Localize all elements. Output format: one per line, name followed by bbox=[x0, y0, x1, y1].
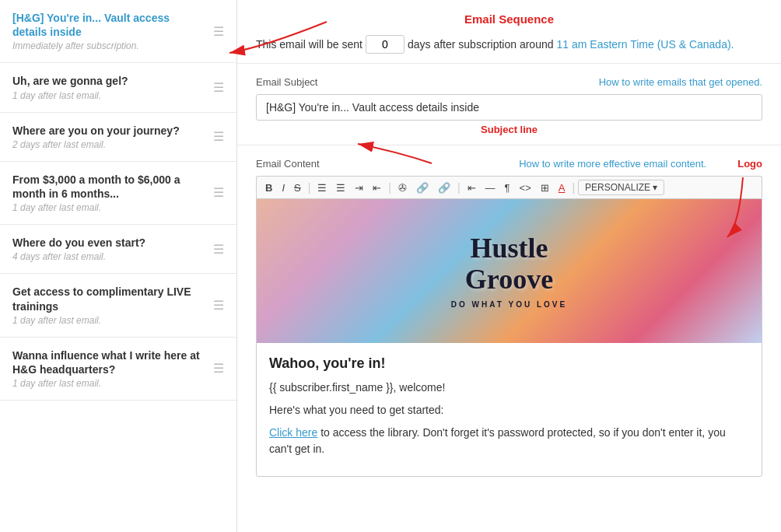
sidebar-item-content-7: Wanna influence what I write here at H&G… bbox=[12, 348, 207, 389]
sidebar-item-title-1: [H&G] You're in... Vault access details … bbox=[12, 11, 207, 39]
days-input[interactable] bbox=[366, 35, 405, 54]
ul-button[interactable]: ☰ bbox=[313, 180, 331, 195]
drag-handle-1[interactable]: ☰ bbox=[213, 24, 224, 39]
email-para-3: Click here to access the library. Don't … bbox=[269, 425, 749, 457]
sidebar-item-content-5: Where do you even start?4 days after las… bbox=[12, 236, 207, 262]
subject-help-link[interactable]: How to write emails that get opened. bbox=[599, 76, 762, 88]
send-timing-row: This email will be sent days after subsc… bbox=[256, 35, 762, 54]
link-button[interactable]: 🔗 bbox=[412, 180, 433, 195]
email-para-3-text: to access the library. Don't forget it's… bbox=[269, 426, 726, 455]
email-para-2: Here's what you need to get started: bbox=[269, 402, 749, 418]
email-content-section: Email Content How to write more effectiv… bbox=[237, 145, 781, 477]
subject-header: Email Subject How to write emails that g… bbox=[256, 76, 762, 88]
send-timing-time: 11 am Eastern Time (US & Canada). bbox=[557, 38, 734, 51]
hero-tagline: DO WHAT YOU LOVE bbox=[451, 300, 567, 309]
sidebar-item-4[interactable]: From $3,000 a month to $6,000 a month in… bbox=[0, 162, 236, 225]
email-sequence-header: Email Sequence This email will be sent d… bbox=[237, 0, 781, 64]
drag-handle-7[interactable]: ☰ bbox=[213, 361, 224, 376]
email-hero-image: Hustle Groove DO WHAT YOU LOVE bbox=[257, 199, 762, 343]
bold-button[interactable]: B bbox=[261, 180, 276, 195]
strikethrough-button[interactable]: S bbox=[290, 180, 305, 195]
sidebar-item-subtitle-6: 1 day after last email. bbox=[12, 315, 207, 326]
email-heading: Wahoo, you're in! bbox=[269, 355, 749, 372]
email-sequence-sidebar: [H&G] You're in... Vault access details … bbox=[0, 0, 237, 532]
email-sequence-label: Email Sequence bbox=[256, 12, 762, 26]
hr-button[interactable]: — bbox=[482, 180, 499, 195]
send-timing-prefix: This email will be sent bbox=[256, 38, 362, 51]
content-help-link[interactable]: How to write more effective email conten… bbox=[519, 158, 706, 170]
para-button[interactable]: ¶ bbox=[501, 180, 514, 195]
send-timing-suffix: days after subscription around bbox=[408, 38, 554, 51]
email-text-content: Wahoo, you're in! {{ subscriber.first_na… bbox=[257, 343, 762, 476]
sidebar-item-2[interactable]: Uh, are we gonna gel?1 day after last em… bbox=[0, 63, 236, 112]
drag-handle-4[interactable]: ☰ bbox=[213, 185, 224, 200]
ol-button[interactable]: ☰ bbox=[332, 180, 349, 195]
subject-line-annotation-area: Subject line bbox=[256, 124, 762, 135]
sidebar-item-subtitle-5: 4 days after last email. bbox=[12, 251, 207, 262]
sidebar-item-title-6: Get access to complimentary LIVE trainin… bbox=[12, 285, 207, 313]
code-button[interactable]: <> bbox=[516, 180, 535, 195]
indent-button[interactable]: ⇥ bbox=[351, 180, 367, 195]
fontcolor-button[interactable]: A bbox=[555, 180, 569, 195]
toolbar-sep-3: | bbox=[457, 181, 461, 194]
sidebar-item-content-1: [H&G] You're in... Vault access details … bbox=[12, 11, 207, 51]
subject-line-label: Subject line bbox=[481, 124, 538, 135]
sidebar-item-3[interactable]: Where are you on your journey?2 days aft… bbox=[0, 113, 236, 162]
subject-label: Email Subject bbox=[256, 76, 317, 88]
drag-handle-3[interactable]: ☰ bbox=[213, 129, 224, 144]
sidebar-item-title-3: Where are you on your journey? bbox=[12, 124, 207, 138]
italic-button[interactable]: I bbox=[278, 180, 289, 195]
hero-logo: Hustle Groove bbox=[465, 233, 553, 295]
subject-input-area bbox=[256, 94, 762, 121]
sidebar-item-content-3: Where are you on your journey?2 days aft… bbox=[12, 124, 207, 150]
sidebar-item-5[interactable]: Where do you even start?4 days after las… bbox=[0, 225, 236, 274]
content-label: Email Content bbox=[256, 158, 320, 170]
sidebar-item-title-2: Uh, are we gonna gel? bbox=[12, 74, 207, 88]
sidebar-item-title-4: From $3,000 a month to $6,000 a month in… bbox=[12, 173, 207, 201]
drag-handle-6[interactable]: ☰ bbox=[213, 298, 224, 313]
align-button[interactable]: ⇤ bbox=[464, 180, 480, 195]
image-button[interactable]: ✇ bbox=[394, 180, 411, 195]
sidebar-item-title-7: Wanna influence what I write here at H&G… bbox=[12, 348, 207, 376]
drag-handle-5[interactable]: ☰ bbox=[213, 242, 224, 257]
sidebar-item-1[interactable]: [H&G] You're in... Vault access details … bbox=[0, 0, 236, 63]
subject-input[interactable] bbox=[256, 94, 762, 121]
sidebar-item-content-2: Uh, are we gonna gel?1 day after last em… bbox=[12, 74, 207, 100]
toolbar-sep-1: | bbox=[308, 181, 311, 194]
sidebar-item-content-4: From $3,000 a month to $6,000 a month in… bbox=[12, 173, 207, 213]
toolbar-sep-4: | bbox=[572, 181, 575, 194]
sidebar-item-subtitle-1: Immediately after subscription. bbox=[12, 40, 207, 51]
sidebar-item-subtitle-3: 2 days after last email. bbox=[12, 139, 207, 150]
sidebar-item-title-5: Where do you even start? bbox=[12, 236, 207, 250]
sidebar-item-subtitle-4: 1 day after last email. bbox=[12, 202, 207, 213]
table-button[interactable]: ⊞ bbox=[537, 180, 553, 195]
sidebar-item-content-6: Get access to complimentary LIVE trainin… bbox=[12, 285, 207, 325]
personalize-button[interactable]: PERSONALIZE ▾ bbox=[578, 180, 664, 195]
logo-annotation: Logo bbox=[737, 158, 762, 170]
unlink-button[interactable]: 🔗 bbox=[434, 180, 454, 195]
main-panel: Email Sequence This email will be sent d… bbox=[237, 0, 781, 532]
email-body[interactable]: Hustle Groove DO WHAT YOU LOVE Wahoo, yo… bbox=[256, 198, 762, 477]
email-toolbar: B I S | ☰ ☰ ⇥ ⇤ | ✇ 🔗 🔗 | ⇤ — ¶ <> ⊞ A |… bbox=[256, 176, 762, 198]
click-here-link[interactable]: Click here bbox=[269, 426, 317, 439]
sidebar-item-subtitle-2: 1 day after last email. bbox=[12, 90, 207, 101]
content-header: Email Content How to write more effectiv… bbox=[256, 158, 762, 170]
email-para-1: {{ subscriber.first_name }}, welcome! bbox=[269, 380, 749, 396]
outdent-button[interactable]: ⇤ bbox=[369, 180, 385, 195]
sidebar-item-subtitle-7: 1 day after last email. bbox=[12, 378, 207, 389]
sidebar-item-7[interactable]: Wanna influence what I write here at H&G… bbox=[0, 338, 236, 401]
email-subject-section: Email Subject How to write emails that g… bbox=[237, 64, 781, 145]
toolbar-sep-2: | bbox=[388, 181, 391, 194]
drag-handle-2[interactable]: ☰ bbox=[213, 80, 224, 95]
sidebar-item-6[interactable]: Get access to complimentary LIVE trainin… bbox=[0, 274, 236, 337]
